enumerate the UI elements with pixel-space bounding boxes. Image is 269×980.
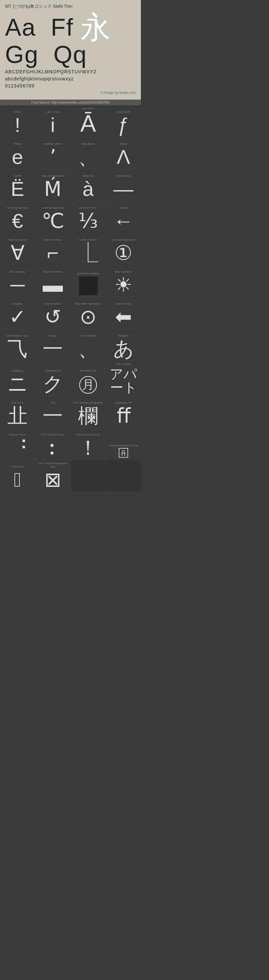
label-numforms: Number Forms bbox=[79, 206, 97, 210]
label-cyrillic: Cyrillic bbox=[13, 174, 22, 178]
cell-arrows: Arrows ← bbox=[106, 201, 141, 233]
label-modletters: Modifier Letters bbox=[43, 142, 62, 146]
label-ascii: ASCII bbox=[14, 110, 21, 114]
cell-cjkcompatideo: CJK Compat Ideographs 欄 bbox=[71, 396, 106, 428]
char-blockelems: ▬ bbox=[43, 275, 63, 295]
grid-row-10: CJK Ext A 㐀 CJK 一 CJK Compat Ideographs … bbox=[0, 396, 141, 428]
char-mathops: ∀ bbox=[11, 243, 25, 263]
cell-boxdrawing: Box Drawing ─ bbox=[0, 265, 35, 297]
char-latinextb: ƒ bbox=[118, 115, 129, 135]
char-latin1sup: i bbox=[51, 115, 55, 135]
cell-ipaext: IPA Ext e bbox=[0, 137, 35, 169]
preview-kanji: 永 bbox=[81, 12, 111, 42]
char-cjk: 一 bbox=[43, 406, 63, 426]
char-geoshapes bbox=[79, 277, 98, 295]
char-modletters: ʼ bbox=[50, 147, 56, 167]
char-punctuation: — bbox=[113, 179, 133, 199]
cell-miscsymbols: Misc Symbols ☀ bbox=[106, 265, 141, 297]
char-letterlike: ℃ bbox=[42, 211, 64, 231]
grid-row-2: IPA Ext e Modifier Letters ʼ Diacritical… bbox=[0, 137, 141, 169]
label-miscmathsymb: Misc Math Symbols B bbox=[75, 302, 101, 305]
char-cyrillic: Ë bbox=[11, 179, 24, 199]
label-cjkcompatideosup: CJK Compat Ideographs Sup bbox=[36, 462, 70, 468]
cell-halffullfoms: Half And Full Forms ！ bbox=[71, 428, 106, 460]
cell-enclosedalphanamsup: Enclosed Alphanum Sup 🄰 bbox=[106, 428, 141, 460]
grid-row-9: Katakana ニ Katakana Ext ク Enclosed CJK ㊊… bbox=[0, 361, 141, 396]
char-cjkradicalsup: ⺄ bbox=[7, 339, 28, 359]
label-cjkcompat: CJK Compat bbox=[116, 363, 131, 366]
char-vertforms: ︓ bbox=[7, 438, 28, 458]
grid-row-5: Math Operators ∀ Misc Technical ⌐ Contro… bbox=[0, 233, 141, 265]
alphabet-upper: ABCDEFGHIJKLMNOPQRSTUVWXYZ bbox=[5, 68, 136, 75]
char-cjkexta: 㐀 bbox=[7, 406, 28, 426]
cell-cjkextb: CJK Ext B 𠀀 bbox=[0, 460, 35, 492]
char-kangri: ⼀ bbox=[43, 339, 63, 359]
label-cjksymbols: CJK Symbols bbox=[80, 334, 96, 337]
cell-enclosedalphanum: Enclosed Alphanum ① bbox=[106, 233, 141, 265]
char-enclosedalphanum: ① bbox=[114, 243, 133, 263]
cell-greek: Greek Λ bbox=[106, 137, 141, 169]
label-latinextadd: Latin Ext Additional bbox=[41, 174, 64, 178]
cell-mathops: Math Operators ∀ bbox=[0, 233, 35, 265]
char-numforms: ⅓ bbox=[78, 211, 98, 231]
label-latin1sup: Latin 1 Sup bbox=[46, 110, 60, 114]
char-greek: Λ bbox=[117, 147, 130, 167]
preview-aa: Aa Ff bbox=[5, 15, 74, 40]
preview-row-2: Gg Qq bbox=[5, 42, 136, 67]
label-geoshapes: Geometric Shapes bbox=[77, 272, 99, 275]
label-greekext: Greek Ext bbox=[82, 174, 94, 178]
cell-latin1sup: Latin 1 Sup i bbox=[35, 105, 71, 137]
grid-row-3: Cyrillic Ë Latin Ext Additional Ḿ Greek … bbox=[0, 169, 141, 201]
char-miscarrows: ⬅ bbox=[115, 307, 132, 327]
label-halffullfoms: Half And Full Forms bbox=[76, 433, 100, 436]
cell-greekext: Greek Ext à bbox=[71, 169, 106, 201]
cell-letterlike: Letterlike Symbols ℃ bbox=[35, 201, 71, 233]
char-ipaext: e bbox=[12, 147, 23, 167]
char-latinextadd: Ḿ bbox=[44, 179, 62, 199]
char-miscmathsymb: ⊙ bbox=[80, 307, 97, 327]
credit: © Design by fontke.com bbox=[5, 91, 136, 95]
label-alphabeticff: Alphabetic FF bbox=[115, 401, 131, 404]
alphabet-lower: abcdefghijklmnopqrstuvwxyz bbox=[5, 75, 136, 83]
cell-cjkcompat: CJK Compat アパート bbox=[106, 361, 141, 396]
cell-cjkexta: CJK Ext A 㐀 bbox=[0, 396, 35, 428]
grid-section: ASCII ! Latin 1 Sup i Latin Ext A Ā Lati… bbox=[0, 105, 141, 492]
char-miscsymbols: ☀ bbox=[114, 275, 133, 295]
cell-blockelems: Block Elements ▬ bbox=[35, 265, 71, 297]
alphabet-section: ABCDEFGHIJKLMNOPQRSTUVWXYZ abcdefghijklm… bbox=[5, 68, 136, 89]
char-suparrowsb: ↺ bbox=[44, 307, 61, 327]
preview-row-1: Aa Ff 永 bbox=[5, 12, 136, 42]
label-misctech: Misc Technical bbox=[44, 238, 62, 242]
cell-latinextb: Latin Ext B ƒ bbox=[106, 105, 141, 137]
label-enclosedcjk: Enclosed CJK bbox=[80, 369, 97, 372]
char-alphabeticff: ﬀ bbox=[117, 406, 130, 426]
cell-numforms: Number Forms ⅓ bbox=[71, 201, 106, 233]
cell-geoshapes: Geometric Shapes bbox=[71, 265, 106, 297]
label-miscarrows: Misc Arrows bbox=[116, 302, 130, 305]
char-halffullfoms: ！ bbox=[78, 438, 98, 458]
label-controlpic: Control Pictures bbox=[79, 238, 98, 242]
label-kangri: Kangri bbox=[49, 334, 57, 337]
char-controlpic: ⎿ bbox=[78, 243, 98, 263]
char-katakanaext: ク bbox=[43, 374, 63, 394]
info-bar: Font Source: http://www.fontke.com/font/… bbox=[0, 100, 141, 105]
char-cjksymbols: 、 bbox=[78, 339, 98, 359]
cell-hiragana: Hiragana あ bbox=[106, 329, 141, 361]
grid-row-12: CJK Ext B 𠀀 CJK Compat Ideographs Sup ⊠ bbox=[0, 460, 141, 492]
label-cjkcompatideo: CJK Compat Ideographs bbox=[73, 401, 103, 404]
cell-punctuation: Punctuation — bbox=[106, 169, 141, 201]
cell-suparrowsb: Sup Arrows B ↺ bbox=[35, 297, 71, 329]
char-cjkcompatideo: 欄 bbox=[78, 406, 98, 426]
cell-alphabeticff: Alphabetic FF ﬀ bbox=[106, 396, 141, 428]
cell-latinextadd: Latin Ext Additional Ḿ bbox=[35, 169, 71, 201]
cell-cjk: CJK 一 bbox=[35, 396, 71, 428]
label-ipaext: IPA Ext bbox=[13, 142, 22, 146]
digits: 0123456789 bbox=[5, 83, 136, 89]
cell-controlpic: Control Pictures ⎿ bbox=[71, 233, 106, 265]
cell-empty-1 bbox=[71, 460, 106, 492]
char-enclosedalphanamsup: 🄰 bbox=[119, 449, 128, 458]
grid-row-6: Box Drawing ─ Block Elements ▬ Geometric… bbox=[0, 265, 141, 297]
grid-row-4: Currency Symbols € Letterlike Symbols ℃ … bbox=[0, 201, 141, 233]
label-enclosedalphanum: Enclosed Alphanum bbox=[112, 238, 136, 242]
label-cjkextb: CJK Ext B bbox=[11, 465, 24, 468]
